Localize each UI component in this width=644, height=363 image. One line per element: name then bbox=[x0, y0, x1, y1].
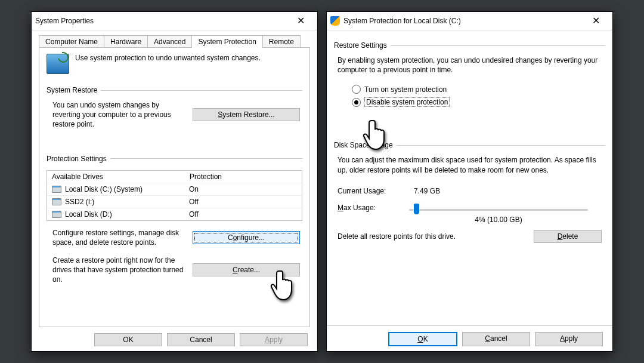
delete-button[interactable]: Delete bbox=[534, 230, 602, 243]
group-restore-settings: Restore Settings bbox=[334, 41, 387, 50]
configure-button[interactable]: Configure... bbox=[193, 231, 300, 244]
max-usage-slider[interactable] bbox=[409, 204, 588, 216]
cancel-button[interactable]: Cancel bbox=[462, 332, 530, 346]
drive-icon bbox=[52, 211, 61, 218]
shield-icon bbox=[330, 16, 340, 26]
current-usage-value: 7.49 GB bbox=[414, 187, 440, 195]
restore-desc: You can undo system changes by reverting… bbox=[52, 100, 187, 130]
cancel-button[interactable]: Cancel bbox=[167, 333, 235, 346]
create-desc: Create a restore point right now for the… bbox=[52, 256, 187, 285]
table-row[interactable]: Local Disk (D:) Off bbox=[47, 208, 302, 220]
restore-settings-desc: By enabling system protection, you can u… bbox=[338, 56, 604, 75]
radio-disable[interactable]: Disable system protection bbox=[352, 97, 605, 107]
window-title: System Properties bbox=[35, 17, 287, 25]
drive-icon bbox=[52, 198, 61, 205]
current-usage-label: Current Usage: bbox=[338, 187, 397, 195]
col-available-drives: Available Drives bbox=[52, 173, 190, 181]
tab-system-protection[interactable]: System Protection bbox=[191, 35, 262, 48]
table-row[interactable]: Local Disk (C:) (System) On bbox=[47, 183, 302, 196]
tab-computer-name[interactable]: Computer Name bbox=[39, 35, 104, 48]
tab-page: Use system protection to undo unwanted s… bbox=[39, 47, 310, 327]
drive-icon bbox=[52, 186, 61, 193]
radio-turn-on[interactable]: Turn on system protection bbox=[352, 85, 605, 94]
max-usage-value: 4% (10.00 GB) bbox=[409, 216, 588, 224]
group-system-restore: System Restore bbox=[47, 86, 97, 94]
apply-button[interactable]: Apply bbox=[535, 332, 603, 346]
close-icon[interactable]: ✕ bbox=[583, 14, 609, 27]
create-button[interactable]: Create... bbox=[193, 263, 300, 276]
tab-remote[interactable]: Remote bbox=[262, 35, 301, 48]
col-protection: Protection bbox=[190, 173, 297, 181]
group-disk-space: Disk Space Usage bbox=[334, 141, 393, 149]
close-icon[interactable]: ✕ bbox=[287, 14, 314, 27]
ok-button[interactable]: OK bbox=[388, 332, 457, 346]
system-properties-window: System Properties ✕ Computer Name Hardwa… bbox=[31, 11, 318, 352]
window-title: System Protection for Local Disk (C:) bbox=[343, 17, 583, 25]
system-protection-icon bbox=[47, 54, 69, 74]
tab-advanced[interactable]: Advanced bbox=[147, 35, 192, 48]
tab-hardware[interactable]: Hardware bbox=[104, 35, 148, 48]
radio-label: Disable system protection bbox=[364, 97, 450, 107]
apply-button[interactable]: Apply bbox=[240, 333, 308, 346]
table-row[interactable]: SSD2 (I:) Off bbox=[47, 196, 302, 208]
tabs: Computer Name Hardware Advanced System P… bbox=[39, 35, 310, 48]
radio-icon bbox=[352, 85, 361, 94]
system-restore-button[interactable]: System Restore... bbox=[193, 108, 300, 121]
radio-icon bbox=[352, 98, 361, 107]
ok-button[interactable]: OK bbox=[94, 333, 162, 346]
disk-space-desc: You can adjust the maximum disk space us… bbox=[338, 155, 604, 174]
max-usage-label: Max Usage: bbox=[338, 204, 397, 212]
radio-label: Turn on system protection bbox=[364, 85, 447, 94]
titlebar[interactable]: System Protection for Local Disk (C:) ✕ bbox=[327, 12, 612, 30]
delete-desc: Delete all restore points for this drive… bbox=[338, 232, 534, 241]
configure-desc: Configure restore settings, manage disk … bbox=[52, 228, 187, 247]
titlebar[interactable]: System Properties ✕ bbox=[32, 12, 317, 30]
system-protection-config-window: System Protection for Local Disk (C:) ✕ … bbox=[326, 11, 613, 352]
drives-table: Available Drives Protection Local Disk (… bbox=[47, 170, 302, 221]
group-protection-settings: Protection Settings bbox=[47, 155, 107, 163]
intro-text: Use system protection to undo unwanted s… bbox=[75, 54, 261, 62]
